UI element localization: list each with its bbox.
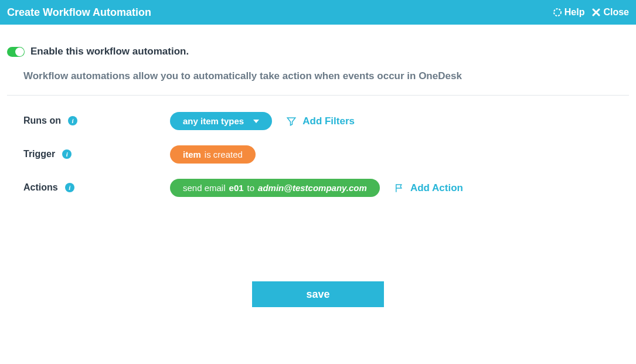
dialog-header: Create Workflow Automation Help Close — [0, 0, 636, 25]
runs-on-label-col: Runs on i — [23, 112, 170, 126]
actions-row: Actions i send email e01 to admin@testco… — [23, 179, 613, 197]
svg-point-0 — [554, 9, 561, 16]
help-label: Help — [564, 7, 585, 18]
trigger-condition: is created — [205, 149, 243, 159]
trigger-pill[interactable]: item is created — [170, 145, 256, 164]
trigger-row: Trigger i item is created — [23, 145, 613, 164]
trigger-subject: item — [183, 149, 201, 159]
actions-label-col: Actions i — [23, 179, 170, 193]
runs-on-label: Runs on — [23, 115, 61, 126]
chevron-down-icon — [253, 120, 259, 123]
enable-toggle[interactable] — [7, 47, 25, 57]
form-area: Runs on i any item types Add Filters Tri… — [7, 96, 629, 229]
item-types-selected: any item types — [183, 116, 244, 126]
close-button[interactable]: Close — [591, 7, 629, 18]
action-recipient: admin@testcompany.com — [258, 183, 367, 193]
close-label: Close — [603, 7, 629, 18]
help-icon — [553, 8, 562, 17]
add-action-label: Add Action — [410, 182, 463, 194]
flag-icon — [394, 183, 404, 193]
action-template-id: e01 — [229, 183, 244, 193]
dialog-content: Enable this workflow automation. Workflo… — [0, 25, 636, 314]
trigger-label: Trigger — [23, 149, 55, 159]
description-text: Workflow automations allow you to automa… — [7, 70, 629, 96]
dialog-title: Create Workflow Automation — [7, 6, 151, 19]
action-prefix: send email — [183, 183, 226, 193]
enable-label: Enable this workflow automation. — [30, 46, 189, 57]
save-button[interactable]: save — [252, 281, 384, 307]
action-pill[interactable]: send email e01 to admin@testcompany.com — [170, 179, 380, 197]
toggle-knob — [15, 47, 24, 56]
info-icon[interactable]: i — [62, 149, 72, 159]
actions-controls: send email e01 to admin@testcompany.com … — [170, 179, 463, 197]
add-filters-label: Add Filters — [302, 115, 355, 127]
runs-on-row: Runs on i any item types Add Filters — [23, 112, 613, 130]
item-types-dropdown[interactable]: any item types — [170, 112, 272, 130]
info-icon[interactable]: i — [68, 116, 77, 125]
add-action-button[interactable]: Add Action — [394, 182, 463, 194]
trigger-label-col: Trigger i — [23, 145, 170, 159]
close-icon — [591, 8, 601, 17]
filter-icon — [286, 116, 297, 127]
trigger-controls: item is created — [170, 145, 256, 164]
actions-label: Actions — [23, 182, 58, 193]
info-icon[interactable]: i — [65, 183, 74, 192]
header-actions: Help Close — [553, 7, 629, 18]
add-filters-button[interactable]: Add Filters — [286, 115, 355, 127]
help-button[interactable]: Help — [553, 7, 585, 18]
action-to-word: to — [247, 183, 255, 193]
enable-row: Enable this workflow automation. — [7, 46, 629, 57]
runs-on-controls: any item types Add Filters — [170, 112, 355, 130]
